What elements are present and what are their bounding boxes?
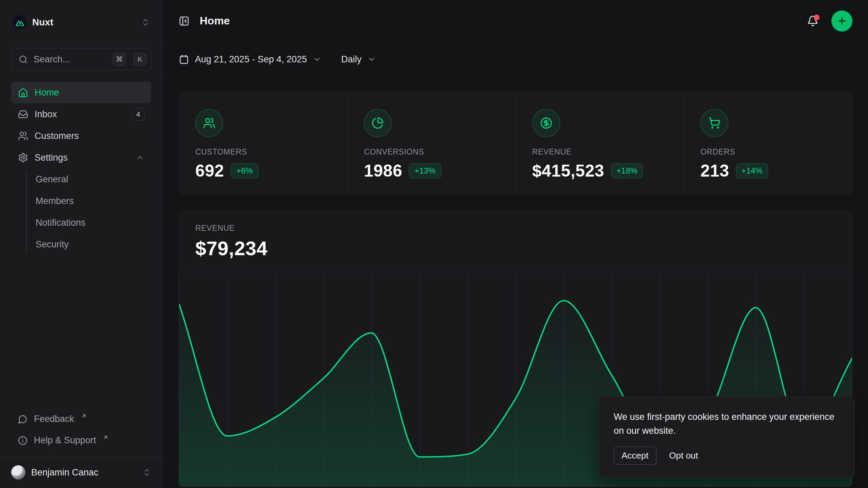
- sidebar-item-security[interactable]: Security: [11, 233, 151, 255]
- notifications-button[interactable]: [807, 15, 818, 27]
- sidebar-nav: Home Inbox 4 Customers Settings: [11, 82, 151, 255]
- chevron-down-icon: [367, 55, 376, 64]
- workspace-switcher[interactable]: Nuxt: [11, 13, 151, 32]
- accept-cookies-button[interactable]: Accept: [614, 447, 656, 465]
- sidebar-item-notifications[interactable]: Notifications: [11, 212, 151, 233]
- search-input[interactable]: Search... ⌘ K: [11, 48, 151, 70]
- avatar: [11, 465, 25, 480]
- kbd-cmd: ⌘: [113, 53, 126, 66]
- settings-subnav: General Members Notifications Security: [11, 168, 151, 255]
- feedback-link[interactable]: Feedback: [11, 408, 151, 430]
- shopping-cart-icon: [701, 109, 728, 137]
- date-range-value: Aug 21, 2025 - Sep 4, 2025: [195, 54, 307, 65]
- page-header: Home: [163, 0, 868, 42]
- stat-value: 692: [195, 161, 224, 181]
- stat-delta-badge: +6%: [231, 163, 258, 178]
- dollar-circle-icon: [532, 109, 560, 137]
- external-link-icon: [81, 413, 87, 419]
- calendar-icon: [179, 54, 189, 65]
- granularity-value: Daily: [341, 54, 361, 65]
- stat-orders[interactable]: ORDERS 213 +14%: [684, 92, 852, 194]
- stat-conversions[interactable]: CONVERSIONS 1986 +13%: [347, 92, 515, 194]
- home-icon: [18, 87, 28, 98]
- sidebar-item-settings[interactable]: Settings: [11, 147, 151, 168]
- sidebar-spacer: [11, 255, 151, 408]
- message-bubble-icon: [18, 414, 27, 424]
- chevron-up-icon: [136, 153, 144, 162]
- add-button[interactable]: [831, 11, 852, 32]
- workspace-name: Nuxt: [32, 17, 53, 28]
- cookie-message: We use first-party cookies to enhance yo…: [614, 410, 840, 438]
- sidebar-item-general[interactable]: General: [11, 168, 151, 190]
- stat-label: CONVERSIONS: [364, 147, 499, 157]
- sidebar-item-customers[interactable]: Customers: [11, 125, 151, 147]
- stats-row: CUSTOMERS 692 +6% CONVERSIONS 1986 +13%: [179, 92, 852, 194]
- date-range-picker[interactable]: Aug 21, 2025 - Sep 4, 2025: [179, 54, 321, 65]
- sidebar-item-label: Home: [35, 87, 59, 98]
- sidebar-collapse-icon[interactable]: [179, 16, 190, 26]
- sidebar-item-inbox[interactable]: Inbox 4: [11, 103, 151, 125]
- users-icon: [18, 131, 28, 141]
- search-placeholder: Search...: [34, 54, 105, 65]
- stat-revenue[interactable]: REVENUE $415,523 +18%: [516, 92, 684, 194]
- chevrons-up-down-icon: [141, 18, 150, 27]
- external-link-icon: [103, 434, 108, 440]
- feedback-label: Feedback: [34, 414, 74, 424]
- sidebar: Nuxt Search... ⌘ K Home: [0, 0, 163, 488]
- pie-chart-icon: [364, 109, 392, 137]
- kbd-k: K: [134, 53, 146, 66]
- stat-label: REVENUE: [532, 147, 668, 157]
- stat-delta-badge: +18%: [611, 163, 643, 178]
- info-circle-icon: [18, 436, 27, 445]
- page-title: Home: [200, 15, 230, 27]
- stat-label: CUSTOMERS: [195, 147, 331, 157]
- chevrons-up-down-icon: [142, 468, 151, 477]
- sidebar-item-home[interactable]: Home: [11, 82, 151, 103]
- gear-icon: [18, 152, 28, 163]
- search-icon: [19, 55, 28, 64]
- revenue-chart-value: $79,234: [195, 237, 836, 260]
- stat-customers[interactable]: CUSTOMERS 692 +6%: [179, 92, 347, 194]
- revenue-chart-label: REVENUE: [195, 224, 836, 233]
- stat-delta-badge: +13%: [409, 163, 441, 178]
- help-support-link[interactable]: Help & Support: [11, 430, 151, 451]
- stat-value: $415,523: [532, 161, 605, 181]
- inbox-unread-badge: 4: [132, 108, 144, 121]
- filters-toolbar: Aug 21, 2025 - Sep 4, 2025 Daily: [163, 42, 868, 77]
- cookie-banner: We use first-party cookies to enhance yo…: [598, 396, 855, 478]
- chevron-down-icon: [313, 55, 321, 64]
- stat-value: 213: [701, 161, 729, 181]
- inbox-icon: [18, 109, 28, 119]
- sidebar-item-label: Inbox: [35, 109, 57, 120]
- granularity-select[interactable]: Daily: [341, 54, 376, 65]
- sidebar-item-members[interactable]: Members: [11, 190, 151, 212]
- sidebar-footer-links: Feedback Help & Support: [11, 408, 151, 456]
- users-icon: [195, 109, 223, 137]
- stat-value: 1986: [364, 161, 402, 181]
- notification-dot: [814, 15, 820, 20]
- stat-delta-badge: +14%: [736, 163, 768, 178]
- sidebar-item-label: Settings: [35, 152, 68, 163]
- user-name: Benjamin Canac: [31, 467, 98, 478]
- stat-label: ORDERS: [701, 147, 836, 157]
- help-support-label: Help & Support: [34, 435, 96, 446]
- optout-cookies-button[interactable]: Opt out: [669, 450, 698, 461]
- user-menu[interactable]: Benjamin Canac: [0, 456, 162, 488]
- nuxt-logo-icon: [13, 15, 27, 29]
- sidebar-item-label: Customers: [35, 131, 79, 141]
